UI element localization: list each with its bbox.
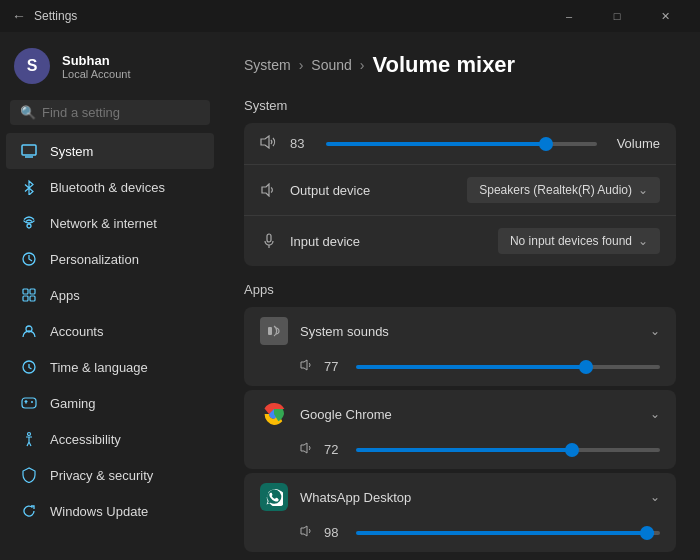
sidebar-item-privacy-label: Privacy & security [50, 468, 153, 483]
svg-marker-16 [261, 136, 269, 148]
volume-slider[interactable] [326, 142, 597, 146]
breadcrumb: System › Sound › Volume mixer [244, 52, 676, 78]
profile-sub: Local Account [62, 68, 131, 80]
system-sounds-slider[interactable] [356, 365, 660, 369]
svg-marker-21 [301, 360, 307, 370]
output-device-row: Output device Speakers (Realtek(R) Audio… [244, 165, 676, 216]
chrome-slider-container[interactable] [356, 448, 660, 452]
chrome-chevron[interactable]: ⌄ [650, 407, 660, 421]
breadcrumb-sound[interactable]: Sound [311, 57, 351, 73]
sidebar-item-gaming[interactable]: Gaming [6, 385, 214, 421]
breadcrumb-sep2: › [360, 57, 365, 73]
input-device-right: No input devices found ⌄ [498, 228, 660, 254]
apps-section-label: Apps [244, 282, 676, 297]
titlebar-controls: – □ ✕ [546, 0, 688, 32]
system-icon [20, 142, 38, 160]
close-button[interactable]: ✕ [642, 0, 688, 32]
whatsapp-name: WhatsApp Desktop [300, 490, 638, 505]
sidebar-item-accounts[interactable]: Accounts [6, 313, 214, 349]
sidebar-profile[interactable]: S Subhan Local Account [0, 32, 220, 96]
whatsapp-slider-container[interactable] [356, 531, 660, 535]
sidebar-item-bluetooth[interactable]: Bluetooth & devices [6, 169, 214, 205]
system-sounds-slider-container[interactable] [356, 365, 660, 369]
breadcrumb-system[interactable]: System [244, 57, 291, 73]
svg-rect-5 [30, 289, 35, 294]
output-device-value: Speakers (Realtek(R) Audio) [479, 183, 632, 197]
svg-rect-0 [22, 145, 36, 155]
svg-rect-4 [23, 289, 28, 294]
back-button[interactable]: ← [12, 8, 26, 24]
main-content: System › Sound › Volume mixer System 83 [220, 32, 700, 560]
svg-rect-7 [30, 296, 35, 301]
sidebar-item-personalization-label: Personalization [50, 252, 139, 267]
gaming-icon [20, 394, 38, 412]
titlebar-title: Settings [34, 9, 77, 23]
sidebar-item-update-label: Windows Update [50, 504, 148, 519]
accounts-icon [20, 322, 38, 340]
whatsapp-chevron[interactable]: ⌄ [650, 490, 660, 504]
system-sounds-vol-icon [300, 359, 314, 374]
svg-marker-24 [301, 526, 307, 536]
search-input[interactable] [42, 105, 200, 120]
system-sounds-icon [260, 317, 288, 345]
bluetooth-icon [20, 178, 38, 196]
svg-rect-10 [22, 398, 36, 408]
system-sounds-chevron[interactable]: ⌄ [650, 324, 660, 338]
system-card: 83 Volume Output device Speakers (Realte… [244, 123, 676, 266]
app-body: S Subhan Local Account 🔍 System Bluetoot… [0, 32, 700, 560]
personalization-icon [20, 250, 38, 268]
search-box[interactable]: 🔍 [10, 100, 210, 125]
svg-marker-17 [262, 184, 269, 196]
app-card-whatsapp-header: WhatsApp Desktop ⌄ [244, 473, 676, 521]
sidebar-item-system[interactable]: System [6, 133, 214, 169]
svg-point-15 [28, 433, 31, 436]
sidebar-item-accessibility[interactable]: Accessibility [6, 421, 214, 457]
output-device-dropdown[interactable]: Speakers (Realtek(R) Audio) ⌄ [467, 177, 660, 203]
sidebar-item-privacy[interactable]: Privacy & security [6, 457, 214, 493]
app-card-chrome: Google Chrome ⌄ 72 [244, 390, 676, 469]
system-sounds-volume-row: 77 [244, 355, 676, 386]
input-device-row: Input device No input devices found ⌄ [244, 216, 676, 266]
input-device-label: Input device [290, 234, 486, 249]
output-device-icon [260, 181, 278, 199]
sidebar-item-update[interactable]: Windows Update [6, 493, 214, 529]
sidebar-item-bluetooth-label: Bluetooth & devices [50, 180, 165, 195]
whatsapp-vol-value: 98 [324, 525, 346, 540]
input-device-icon [260, 232, 278, 250]
maximize-button[interactable]: □ [594, 0, 640, 32]
sidebar-item-accessibility-label: Accessibility [50, 432, 121, 447]
chrome-volume-row: 72 [244, 438, 676, 469]
breadcrumb-current: Volume mixer [373, 52, 516, 78]
update-icon [20, 502, 38, 520]
input-chevron-icon: ⌄ [638, 234, 648, 248]
volume-row: 83 Volume [244, 123, 676, 165]
profile-info: Subhan Local Account [62, 53, 131, 80]
chrome-vol-icon [300, 442, 314, 457]
sidebar-item-network[interactable]: Network & internet [6, 205, 214, 241]
svg-point-14 [31, 401, 33, 403]
sidebar-item-gaming-label: Gaming [50, 396, 96, 411]
chrome-icon [260, 400, 288, 428]
avatar: S [14, 48, 50, 84]
output-device-right: Speakers (Realtek(R) Audio) ⌄ [467, 177, 660, 203]
svg-point-2 [27, 224, 31, 228]
input-device-value: No input devices found [510, 234, 632, 248]
input-device-dropdown[interactable]: No input devices found ⌄ [498, 228, 660, 254]
time-icon [20, 358, 38, 376]
sidebar-item-time[interactable]: Time & language [6, 349, 214, 385]
sidebar-item-apps[interactable]: Apps [6, 277, 214, 313]
chrome-slider[interactable] [356, 448, 660, 452]
output-device-label: Output device [290, 183, 455, 198]
volume-value: 83 [290, 136, 314, 151]
app-card-chrome-header: Google Chrome ⌄ [244, 390, 676, 438]
sidebar: S Subhan Local Account 🔍 System Bluetoot… [0, 32, 220, 560]
profile-name: Subhan [62, 53, 131, 68]
system-sounds-name: System sounds [300, 324, 638, 339]
app-card-system-sounds-header: System sounds ⌄ [244, 307, 676, 355]
volume-slider-container[interactable] [326, 142, 597, 146]
minimize-button[interactable]: – [546, 0, 592, 32]
whatsapp-volume-row: 98 [244, 521, 676, 552]
whatsapp-slider[interactable] [356, 531, 660, 535]
whatsapp-icon [260, 483, 288, 511]
sidebar-item-personalization[interactable]: Personalization [6, 241, 214, 277]
